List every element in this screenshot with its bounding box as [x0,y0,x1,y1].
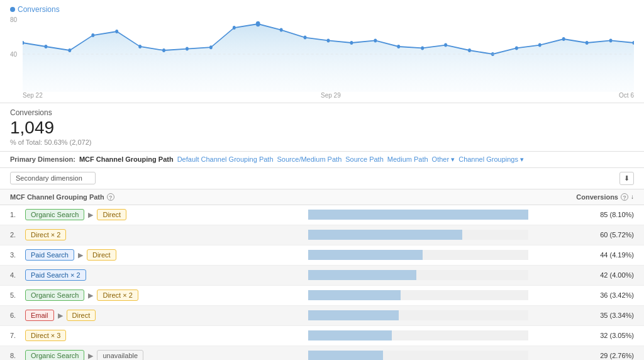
sort-arrow[interactable]: ↓ [631,193,634,200]
table-row: 6.Email▶Direct35 (3.34%) [0,306,644,326]
row-bar [308,330,392,340]
svg-point-18 [444,43,447,47]
svg-point-11 [280,28,283,32]
svg-point-12 [304,36,307,40]
table-header: MCF Channel Grouping Path ? Conversions … [0,189,644,205]
chart-area: Conversions 80 40 [0,0,644,103]
table-row: 4.Paid Search × 242 (4.00%) [0,266,644,286]
header-conv-label: Conversions [576,193,618,201]
table-row: 7.Direct × 332 (3.05%) [0,326,644,346]
row-bar [308,290,401,300]
chart-container: 80 40 [10,16,634,92]
path-tag-blue[interactable]: Paid Search × 2 [25,269,86,281]
dim-link-1[interactable]: Default Channel Grouping Path [177,155,274,163]
row-bar [308,250,423,260]
path-arrow: ▶ [78,251,83,259]
secondary-section: Secondary dimension ⬇ [0,168,644,189]
row-bar [308,230,462,240]
row-path: Paid Search▶Direct [25,249,308,261]
row-conv: 85 (8.10%) [533,211,634,218]
svg-point-19 [468,48,471,52]
path-info-icon[interactable]: ? [107,193,114,201]
path-tag-yellow[interactable]: Direct [87,249,116,261]
svg-point-9 [233,26,236,30]
path-tag-yellow[interactable]: Direct × 2 [97,290,138,301]
table-header-path: MCF Channel Grouping Path ? [10,193,533,201]
svg-point-25 [609,38,613,42]
svg-point-8 [209,45,213,49]
row-path: Paid Search × 2 [25,269,308,281]
svg-point-24 [586,41,589,45]
row-path: Organic Search▶Direct × 2 [25,290,308,301]
table-section: MCF Channel Grouping Path ? Conversions … [0,189,644,360]
path-tag-blue[interactable]: Paid Search [25,249,74,261]
primary-dim-label: Primary Dimension: [10,155,75,163]
svg-point-17 [421,46,424,50]
path-arrow: ▶ [88,211,93,219]
row-bar [308,351,383,360]
row-num: 3. [10,251,25,259]
row-bar [308,310,399,320]
chart-title-label: Conversions [18,5,60,14]
conv-info-icon[interactable]: ? [621,193,628,201]
x-label-1: Sep 22 [23,92,43,99]
row-num: 7. [10,332,25,339]
table-row: 5.Organic Search▶Direct × 236 (3.42%) [0,286,644,306]
row-bar [308,270,416,280]
path-tag-yellow[interactable]: Direct × 2 [25,229,66,240]
row-conv: 36 (3.42%) [533,291,634,299]
table-row: 1.Organic Search▶Direct85 (8.10%) [0,205,644,225]
chart-y-mid: 40 [10,51,17,58]
path-tag-red[interactable]: Email [25,310,54,321]
svg-point-16 [397,45,400,48]
row-num: 4. [10,271,25,279]
svg-point-22 [538,43,541,47]
x-label-3: Oct 6 [619,92,634,99]
path-tag-green[interactable]: Organic Search [25,290,84,301]
svg-point-1 [45,45,48,48]
row-conv: 35 (3.34%) [533,312,634,319]
row-bar-container [308,310,528,320]
row-path: Organic Search▶Direct [25,209,308,220]
x-label-2: Sep 29 [321,92,341,99]
path-arrow: ▶ [58,312,63,320]
svg-point-21 [515,46,518,50]
row-num: 2. [10,231,25,239]
dim-link-6[interactable]: Channel Groupings ▾ [458,155,524,164]
table-header-conv: Conversions ? ↓ [533,193,634,201]
path-arrow: ▶ [88,291,93,300]
dim-link-3[interactable]: Source Path [345,155,384,163]
path-tag-yellow[interactable]: Direct [67,310,96,321]
export-button[interactable]: ⬇ [619,172,634,185]
row-bar-container [308,230,528,240]
table-row: 8.Organic Search▶unavailable29 (2.76%) [0,346,644,360]
dim-link-2[interactable]: Source/Medium Path [277,155,342,163]
path-tag-green[interactable]: Organic Search [25,350,84,360]
svg-point-3 [91,33,94,37]
dim-link-4[interactable]: Medium Path [387,155,428,163]
svg-point-23 [562,37,565,41]
row-path: Email▶Direct [25,310,308,321]
row-conv: 44 (4.19%) [533,251,634,259]
svg-point-4 [115,30,118,33]
svg-point-2 [68,48,71,52]
row-conv: 42 (4.00%) [533,271,634,279]
row-bar-container [308,270,528,280]
header-path-label: MCF Channel Grouping Path [10,193,104,201]
path-tag-yellow[interactable]: Direct × 3 [25,330,66,341]
dim-link-5[interactable]: Other ▾ [432,155,455,164]
row-num: 5. [10,291,25,299]
row-path: Direct × 3 [25,330,308,341]
secondary-dropdown[interactable]: Secondary dimension [10,172,96,184]
dim-active[interactable]: MCF Channel Grouping Path [79,155,174,163]
metrics-section: Conversions 1,049 % of Total: 50.63% (2,… [0,103,644,152]
row-num: 1. [10,211,25,218]
path-tag-green[interactable]: Organic Search [25,209,84,220]
path-tag-gray[interactable]: unavailable [97,350,143,360]
chart-title: Conversions [10,5,634,14]
table-row: 2.Direct × 260 (5.72%) [0,225,644,245]
chart-x-labels: Sep 22 Sep 29 Oct 6 [10,92,634,99]
path-tag-yellow[interactable]: Direct [97,209,126,220]
svg-point-15 [374,38,377,42]
chart-dot [10,7,15,12]
